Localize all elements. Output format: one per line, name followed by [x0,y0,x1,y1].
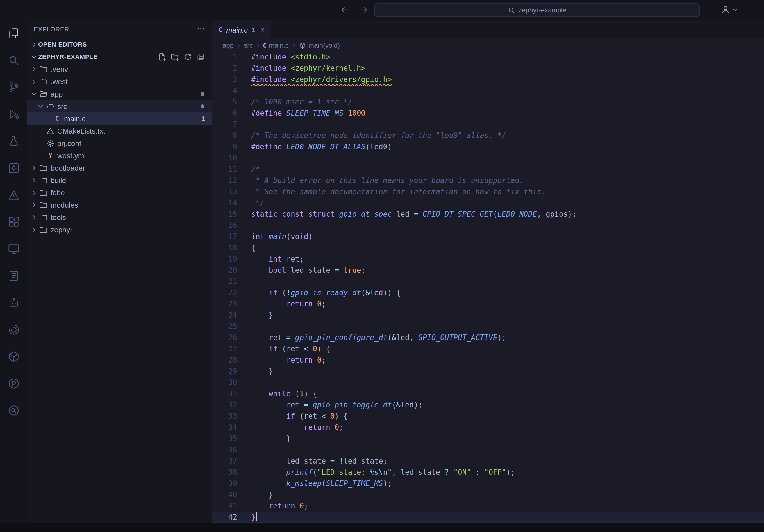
breadcrumb-item-app[interactable]: app [223,42,234,50]
code-line-17[interactable]: 17int main(void) [212,231,764,242]
tab-main-c[interactable]: C main.c 1 × [212,20,271,39]
tree-item-prj.conf[interactable]: prj.conf [27,137,212,149]
collapse-all-icon[interactable] [196,52,205,61]
code-line-31[interactable]: 31 while (1) { [212,388,764,400]
triangle-tool-icon[interactable] [0,181,27,208]
tree-item-zephyr[interactable]: zephyr [27,223,212,236]
code-line-38[interactable]: 38 printf("LED state: %s\n", led_state ?… [212,467,764,478]
code-line-42[interactable]: 42} [212,512,764,523]
chevron-down-icon[interactable] [36,101,45,110]
tree-item-west.yml[interactable]: Ywest.yml [27,149,212,162]
tree-item-main.c[interactable]: Cmain.c1 [27,112,212,125]
code-text: bool led_state = true; [237,265,365,276]
code-line-15[interactable]: 15static const struct gpio_dt_spec led =… [212,209,764,220]
code-line-32[interactable]: 32 ret = gpio_pin_toggle_dt(&led); [212,400,764,411]
code-line-30[interactable]: 30 [212,377,764,388]
settings-box-icon[interactable] [0,154,27,181]
code-line-22[interactable]: 22 if (!gpio_is_ready_dt(&led)) { [212,287,764,299]
refresh-icon[interactable] [183,52,192,61]
tree-item-src[interactable]: src [27,100,212,112]
code-line-4[interactable]: 4 [212,85,764,96]
code-line-6[interactable]: 6#define SLEEP_TIME_MS 1000 [212,108,764,119]
code-line-18[interactable]: 18{ [212,242,764,254]
chevron-down-icon[interactable] [29,89,38,98]
chevron-right-icon[interactable] [29,176,38,185]
run-and-debug-icon[interactable] [0,100,27,127]
code-line-2[interactable]: 2#include <zephyr/kernel.h> [212,63,764,74]
source-control-icon[interactable] [0,73,27,100]
chevron-right-icon[interactable] [29,65,38,73]
extensions-icon[interactable] [0,208,27,235]
chevron-right-icon[interactable] [29,200,38,209]
command-center-search[interactable]: zephyr-example [374,3,700,17]
remote-explorer-icon[interactable] [0,235,27,262]
project-section[interactable]: ZEPHYR-EXAMPLE [27,51,212,63]
code-line-24[interactable]: 24 } [212,310,764,321]
tree-item-bootloader[interactable]: bootloader [27,162,212,174]
code-line-29[interactable]: 29 } [212,366,764,377]
breadcrumb-item-main-c[interactable]: Cmain.c [263,42,289,50]
spiral-tool-icon[interactable] [0,316,27,343]
explorer-icon[interactable] [0,20,27,47]
tree-item-tools[interactable]: tools [27,211,212,223]
search-icon[interactable] [0,47,27,73]
chevron-right-icon[interactable] [29,213,38,222]
code-inspector-icon[interactable] [0,397,27,424]
code-line-25[interactable]: 25 [212,321,764,332]
chevron-right-icon[interactable] [29,188,38,197]
package-box-icon[interactable] [0,343,27,370]
chevron-right-icon[interactable] [29,225,38,234]
robot-assistant-icon[interactable] [0,289,27,316]
code-line-13[interactable]: 13 * See the sample documentation for in… [212,186,764,198]
code-line-7[interactable]: 7 [212,119,764,130]
code-line-21[interactable]: 21 [212,276,764,287]
code-line-36[interactable]: 36 [212,445,764,456]
code-line-35[interactable]: 35 } [212,433,764,445]
tree-item-build[interactable]: build [27,174,212,186]
tree-item-fobe[interactable]: fobe [27,186,212,199]
testing-icon[interactable] [0,127,27,154]
tree-item-modules[interactable]: modules [27,199,212,211]
code-line-3[interactable]: 3#include <zephyr/drivers/gpio.h> [212,74,764,85]
chevron-right-icon[interactable] [29,163,38,172]
tree-item-.west[interactable]: .west [27,75,212,87]
close-icon[interactable]: × [260,25,265,34]
tree-item-app[interactable]: app [27,87,212,100]
code-line-40[interactable]: 40 } [212,489,764,500]
code-line-23[interactable]: 23 return 0; [212,299,764,310]
code-line-28[interactable]: 28 return 0; [212,355,764,366]
open-editors-section[interactable]: OPEN EDITORS [27,38,212,51]
account-menu[interactable] [720,0,738,20]
breadcrumb-item-src[interactable]: src [244,42,253,50]
code-line-37[interactable]: 37 led_state = !led_state; [212,456,764,467]
code-line-39[interactable]: 39 k_msleep(SLEEP_TIME_MS); [212,478,764,489]
code-line-34[interactable]: 34 return 0; [212,422,764,433]
code-line-8[interactable]: 8/* The devicetree node identifier for t… [212,130,764,141]
code-line-5[interactable]: 5/* 1000 msec = 1 sec */ [212,96,764,108]
line-number: 28 [212,355,237,366]
back-arrow-icon[interactable] [338,4,350,16]
output-notebook-icon[interactable] [0,262,27,289]
code-line-26[interactable]: 26 ret = gpio_pin_configure_dt(&led, GPI… [212,332,764,343]
code-line-20[interactable]: 20 bool led_state = true; [212,265,764,276]
code-line-9[interactable]: 9#define LED0_NODE DT_ALIAS(led0) [212,141,764,153]
code-line-11[interactable]: 11/* [212,164,764,175]
code-line-1[interactable]: 1#include <stdio.h> [212,52,764,63]
code-line-41[interactable]: 41 return 0; [212,500,764,512]
new-folder-icon[interactable] [170,52,179,61]
code-line-10[interactable]: 10 [212,153,764,164]
forward-arrow-icon[interactable] [357,4,370,16]
tree-item-.venv[interactable]: .venv [27,63,212,75]
code-line-16[interactable]: 16 [212,220,764,231]
code-line-12[interactable]: 12 * A build error on this line means yo… [212,175,764,186]
chevron-right-icon[interactable] [29,77,38,86]
code-line-33[interactable]: 33 if (ret < 0) { [212,411,764,422]
code-line-19[interactable]: 19 int ret; [212,254,764,265]
code-line-14[interactable]: 14 */ [212,198,764,209]
platformio-icon[interactable] [0,370,27,397]
new-file-icon[interactable] [157,52,166,61]
breadcrumb-item-main-void-[interactable]: main(void) [299,42,340,50]
code-line-27[interactable]: 27 if (ret < 0) { [212,343,764,355]
tree-item-cmakelists.txt[interactable]: CMakeLists.txt [27,125,212,137]
more-actions-icon[interactable] [196,24,206,34]
